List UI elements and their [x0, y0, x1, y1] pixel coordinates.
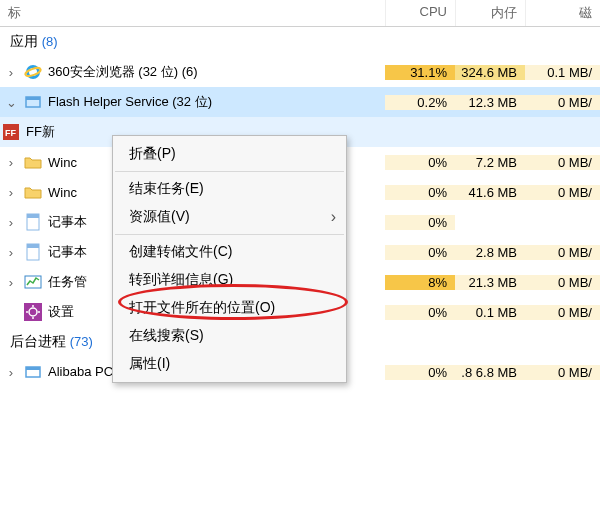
ff-icon: FF [2, 123, 20, 141]
process-name: 设置 [48, 303, 74, 321]
ie-icon [24, 63, 42, 81]
process-name: 记事本 [48, 243, 87, 261]
svg-text:FF: FF [5, 128, 16, 138]
expand-icon[interactable]: › [0, 365, 22, 380]
process-name: 360安全浏览器 (32 位) (6) [48, 63, 198, 81]
cpu-cell: 31.1% [385, 65, 455, 80]
app-icon [24, 93, 42, 111]
expand-icon[interactable]: › [0, 245, 22, 260]
svg-rect-4 [26, 97, 40, 100]
process-name: FF新 [26, 123, 55, 141]
menu-separator [115, 234, 344, 235]
mem-cell: 12.3 MB [455, 95, 525, 110]
settings-icon [24, 303, 42, 321]
process-row-flash[interactable]: ⌄ Flash Helper Service (32 位) 0.2% 12.3 … [0, 87, 600, 117]
group-apps: 应用 (8) [0, 27, 600, 57]
cpu-cell: 8% [385, 275, 455, 290]
mem-cell: 2.8 MB [455, 245, 525, 260]
cpu-cell: 0% [385, 305, 455, 320]
menu-collapse[interactable]: 折叠(P) [113, 140, 346, 168]
svg-rect-19 [26, 367, 40, 370]
context-menu: 折叠(P) 结束任务(E) 资源值(V) 创建转储文件(C) 转到详细信息(G)… [112, 135, 347, 383]
expand-icon[interactable]: › [0, 185, 22, 200]
notepad-icon [24, 213, 42, 231]
expand-icon[interactable]: ⌄ [0, 95, 22, 110]
cpu-cell: 0% [385, 155, 455, 170]
disk-cell: 0 MB/ [525, 245, 600, 260]
expand-icon[interactable]: › [0, 275, 22, 290]
disk-cell: 0 MB/ [525, 275, 600, 290]
disk-cell: 0 MB/ [525, 185, 600, 200]
expand-icon[interactable]: › [0, 155, 22, 170]
cpu-cell: 0% [385, 185, 455, 200]
column-header: 标 CPU 内仔 磁 [0, 0, 600, 27]
cpu-cell: 0% [385, 365, 455, 380]
menu-separator [115, 171, 344, 172]
col-cpu[interactable]: CPU [385, 0, 455, 26]
menu-create-dump[interactable]: 创建转储文件(C) [113, 238, 346, 266]
group-bg-title: 后台进程 [10, 333, 66, 349]
menu-end-task[interactable]: 结束任务(E) [113, 175, 346, 203]
group-apps-count: (8) [42, 34, 58, 49]
mem-cell: 324.6 MB [455, 65, 525, 80]
cpu-cell: 0% [385, 215, 455, 230]
disk-cell: 0 MB/ [525, 305, 600, 320]
expand-icon[interactable]: › [0, 215, 22, 230]
process-name: Winc [48, 155, 77, 170]
col-name[interactable]: 标 [0, 0, 385, 26]
cpu-cell: 0% [385, 245, 455, 260]
process-row-360[interactable]: › 360安全浏览器 (32 位) (6) 31.1% 324.6 MB 0.1… [0, 57, 600, 87]
disk-cell: 0 MB/ [525, 365, 600, 380]
menu-goto-details[interactable]: 转到详细信息(G) [113, 266, 346, 294]
notepad-icon [24, 243, 42, 261]
group-bg-count: (73) [70, 334, 93, 349]
process-name: 记事本 [48, 213, 87, 231]
menu-properties[interactable]: 属性(I) [113, 350, 346, 378]
taskmgr-icon [24, 273, 42, 291]
mem-cell: 21.3 MB [455, 275, 525, 290]
svg-rect-8 [27, 214, 39, 218]
expand-icon[interactable]: › [0, 65, 22, 80]
process-name: Flash Helper Service (32 位) [48, 93, 212, 111]
mem-cell: .8 6.8 MB [455, 365, 525, 380]
menu-resource-values[interactable]: 资源值(V) [113, 203, 346, 231]
disk-cell: 0 MB/ [525, 95, 600, 110]
process-name: Winc [48, 185, 77, 200]
folder-icon [24, 183, 42, 201]
disk-cell: 0.1 MB/ [525, 65, 600, 80]
disk-cell: 0 MB/ [525, 155, 600, 170]
mem-cell: 0.1 MB [455, 305, 525, 320]
svg-rect-10 [27, 244, 39, 248]
mem-cell: 7.2 MB [455, 155, 525, 170]
group-apps-title: 应用 [10, 33, 38, 49]
col-mem[interactable]: 内仔 [455, 0, 525, 26]
app-icon [24, 363, 42, 381]
cpu-cell: 0.2% [385, 95, 455, 110]
menu-open-file-location[interactable]: 打开文件所在的位置(O) [113, 294, 346, 322]
col-disk[interactable]: 磁 [525, 0, 600, 26]
folder-icon [24, 153, 42, 171]
menu-search-online[interactable]: 在线搜索(S) [113, 322, 346, 350]
mem-cell: 41.6 MB [455, 185, 525, 200]
process-name: 任务管 [48, 273, 87, 291]
